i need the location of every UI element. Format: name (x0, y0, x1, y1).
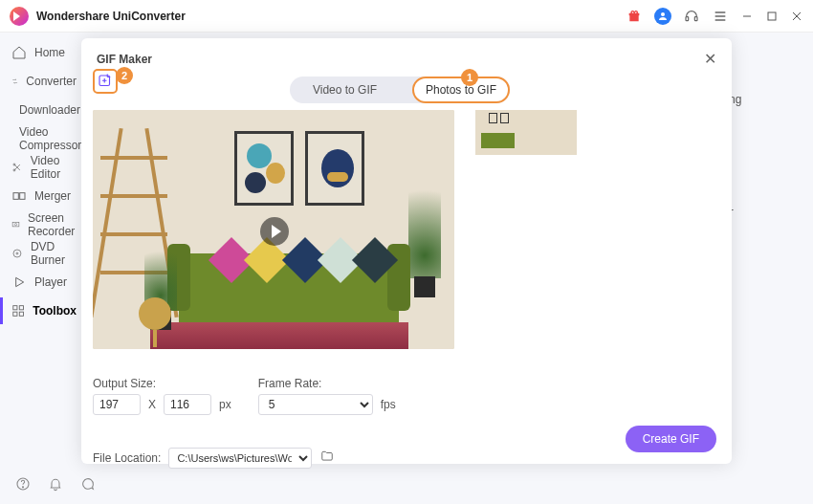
file-location-label: File Location: (93, 451, 161, 465)
bell-icon[interactable] (48, 476, 63, 494)
sidebar-item-merger[interactable]: Merger (0, 182, 88, 210)
svg-point-0 (661, 12, 665, 16)
modal-title: GIF Maker (97, 53, 152, 66)
svg-marker-13 (16, 277, 24, 286)
svg-rect-17 (19, 312, 23, 316)
frame-rate-select[interactable]: 5 (258, 394, 373, 415)
svg-point-10 (14, 224, 16, 226)
headset-icon[interactable] (683, 8, 700, 25)
user-avatar-icon[interactable] (654, 8, 671, 25)
titlebar: Wondershare UniConverter (0, 0, 813, 33)
chat-icon[interactable] (80, 476, 96, 494)
create-gif-button[interactable]: Create GIF (626, 426, 716, 452)
frame-rate-unit: fps (381, 398, 396, 411)
svg-point-12 (16, 252, 18, 254)
svg-point-19 (22, 487, 23, 488)
output-height-input[interactable] (164, 394, 211, 415)
svg-rect-2 (694, 16, 697, 20)
callout-badge-2: 2 (116, 67, 133, 84)
sidebar-item-dvd-burner[interactable]: DVD Burner (0, 239, 88, 268)
app-title: Wondershare UniConverter (36, 10, 186, 23)
minimize-button[interactable] (740, 10, 754, 23)
svg-rect-8 (20, 193, 25, 200)
frame-rate-label: Frame Rate: (258, 377, 322, 390)
output-width-input[interactable] (93, 394, 141, 415)
add-media-button[interactable] (93, 69, 118, 94)
sidebar: Home Converter Downloader Video Compress… (0, 33, 88, 504)
callout-badge-1: 1 (461, 69, 478, 86)
svg-rect-7 (13, 193, 18, 200)
sidebar-item-toolbox[interactable]: Toolbox (0, 296, 88, 325)
sidebar-item-home[interactable]: Home (0, 38, 88, 67)
close-window-button[interactable] (790, 10, 803, 23)
sidebar-item-downloader[interactable]: Downloader (0, 96, 88, 124)
close-modal-button[interactable]: ✕ (704, 50, 716, 68)
help-icon[interactable] (15, 476, 31, 494)
play-icon[interactable] (260, 217, 289, 246)
svg-rect-14 (13, 306, 17, 310)
svg-rect-16 (13, 312, 17, 316)
output-size-label: Output Size: (93, 377, 156, 390)
open-folder-icon[interactable] (319, 449, 337, 467)
svg-rect-15 (19, 306, 23, 310)
size-x: X (148, 398, 156, 411)
svg-rect-1 (686, 16, 689, 20)
size-unit: px (219, 398, 231, 411)
footer-icons (15, 476, 96, 494)
gift-icon[interactable] (626, 8, 643, 25)
file-location-select[interactable]: C:\Users\ws\Pictures\Wondersh (168, 448, 312, 469)
gif-maker-modal: GIF Maker ✕ 2 Video to GIF Photos to GIF… (81, 38, 732, 464)
maximize-button[interactable] (765, 10, 779, 23)
sidebar-item-screen-recorder[interactable]: Screen Recorder (0, 210, 88, 239)
svg-rect-3 (768, 12, 776, 20)
thumbnail-2[interactable] (532, 110, 577, 155)
svg-rect-9 (12, 222, 19, 227)
tab-video-to-gif[interactable]: Video to GIF (290, 77, 400, 103)
app-logo-icon (10, 7, 29, 26)
svg-point-11 (13, 250, 21, 257)
sidebar-item-video-editor[interactable]: Video Editor (0, 153, 88, 182)
sidebar-item-video-compressor[interactable]: Video Compressor (0, 124, 88, 153)
hamburger-icon[interactable] (712, 8, 729, 25)
preview-image (93, 110, 454, 349)
sidebar-item-player[interactable]: Player (0, 268, 88, 296)
sidebar-item-converter[interactable]: Converter (0, 67, 88, 96)
